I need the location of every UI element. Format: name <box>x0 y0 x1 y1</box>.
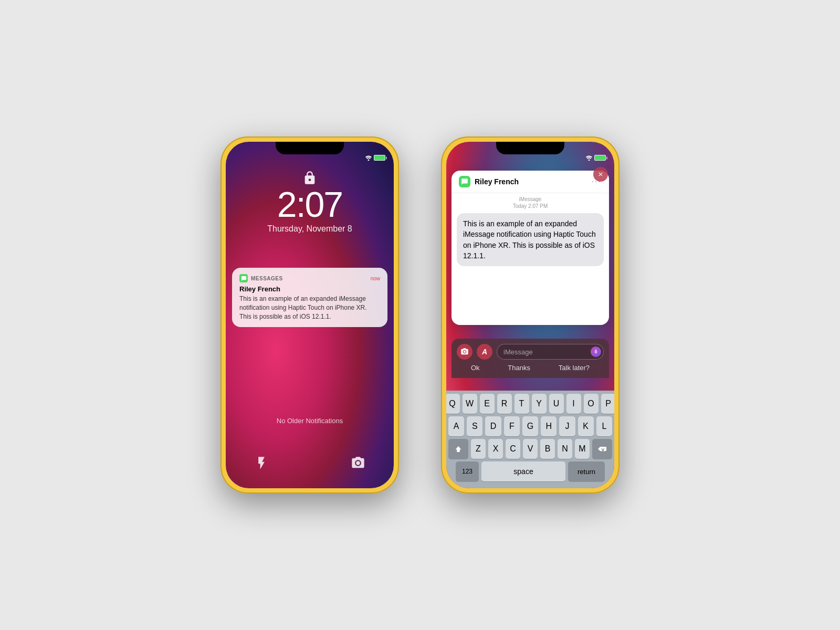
key-p[interactable]: P <box>601 394 615 414</box>
notification-header: MESSAGES now <box>239 274 380 282</box>
lock-icon <box>302 171 317 185</box>
key-h[interactable]: H <box>541 416 556 436</box>
key-s[interactable]: S <box>467 416 482 436</box>
key-d[interactable]: D <box>485 416 501 436</box>
quick-reply-ok[interactable]: Ok <box>471 364 480 372</box>
key-y[interactable]: Y <box>532 394 547 414</box>
key-k[interactable]: K <box>578 416 594 436</box>
expanded-notification: Riley French ··· iMessage Today 2:07 PM … <box>452 171 609 325</box>
flashlight-icon[interactable] <box>252 454 271 472</box>
svg-point-1 <box>589 159 590 161</box>
key-space[interactable]: space <box>481 461 565 481</box>
keyboard-row-2: A S D F G H J K L <box>448 416 612 436</box>
key-f[interactable]: F <box>504 416 520 436</box>
quick-reply-thanks[interactable]: Thanks <box>508 364 530 372</box>
key-z[interactable]: Z <box>471 439 486 459</box>
time-display: 2:07 Thursday, November 8 <box>226 186 394 234</box>
key-123[interactable]: 123 <box>456 461 479 481</box>
key-i[interactable]: I <box>566 394 581 414</box>
date-text: Thursday, November 8 <box>226 224 394 234</box>
key-q[interactable]: Q <box>446 394 460 414</box>
key-c[interactable]: C <box>506 439 520 459</box>
wifi-icon-right <box>585 155 593 161</box>
message-bubble: This is an example of an expanded iMessa… <box>457 213 604 266</box>
key-v[interactable]: V <box>523 439 538 459</box>
camera-reply-button[interactable] <box>457 344 472 360</box>
notification-time: now <box>371 276 380 281</box>
bottom-icons <box>226 454 394 472</box>
app-name: MESSAGES <box>251 276 283 281</box>
expanded-sender-name: Riley French <box>475 177 519 186</box>
key-delete[interactable] <box>592 439 612 459</box>
no-older-notifications: No Older Notifications <box>226 416 394 425</box>
reply-input-placeholder[interactable]: iMessage <box>497 344 604 360</box>
message-text: This is an example of an expanded iMessa… <box>463 218 597 261</box>
imessage-label: iMessage <box>452 193 609 203</box>
key-r[interactable]: R <box>497 394 512 414</box>
quick-reply-later[interactable]: Talk later? <box>559 364 590 372</box>
notch-left <box>276 142 344 154</box>
imessage-time: Today 2:07 PM <box>452 203 609 209</box>
close-button[interactable] <box>593 167 608 182</box>
key-l[interactable]: L <box>596 416 612 436</box>
key-e[interactable]: E <box>480 394 495 414</box>
svg-point-0 <box>368 159 370 161</box>
key-shift[interactable] <box>448 439 468 459</box>
keyboard-row-3: Z X C V B N M <box>448 439 612 459</box>
key-t[interactable]: T <box>514 394 529 414</box>
battery-icon-right <box>594 155 606 161</box>
keyboard-row-4: 123 space return <box>448 461 612 481</box>
key-x[interactable]: X <box>488 439 503 459</box>
battery-icon-left <box>374 155 385 161</box>
key-j[interactable]: J <box>559 416 575 436</box>
key-w[interactable]: W <box>463 394 477 414</box>
left-iphone: 2:07 Thursday, November 8 MESSAGES now R… <box>220 136 399 494</box>
notch-right <box>496 142 564 154</box>
key-m[interactable]: M <box>575 439 590 459</box>
mic-button[interactable] <box>591 346 601 357</box>
notification-sender: Riley French <box>239 285 380 293</box>
key-a[interactable]: A <box>448 416 464 436</box>
keyboard: Q W E R T Y U I O P A S D F G H J K <box>446 391 614 488</box>
key-g[interactable]: G <box>522 416 538 436</box>
key-u[interactable]: U <box>549 394 564 414</box>
right-iphone: Riley French ··· iMessage Today 2:07 PM … <box>441 136 620 494</box>
expanded-notif-header: Riley French ··· <box>452 171 609 193</box>
notification-message: This is an example of an expanded iMessa… <box>239 295 380 321</box>
wifi-icon <box>365 155 372 161</box>
key-n[interactable]: N <box>558 439 572 459</box>
key-o[interactable]: O <box>584 394 598 414</box>
key-return[interactable]: return <box>568 461 605 481</box>
time-text: 2:07 <box>226 186 394 222</box>
keyboard-row-1: Q W E R T Y U I O P <box>448 394 612 414</box>
app-store-button[interactable]: A <box>477 344 492 360</box>
notification-card[interactable]: MESSAGES now Riley French This is an exa… <box>232 268 387 327</box>
quick-replies-row: Ok Thanks Talk later? <box>457 364 604 372</box>
quick-reply-bar: A iMessage Ok Thanks Talk later? <box>452 339 609 378</box>
key-b[interactable]: B <box>540 439 555 459</box>
messages-icon-small <box>239 274 248 282</box>
camera-icon-bottom[interactable] <box>349 454 368 472</box>
messages-icon-large <box>459 176 470 187</box>
